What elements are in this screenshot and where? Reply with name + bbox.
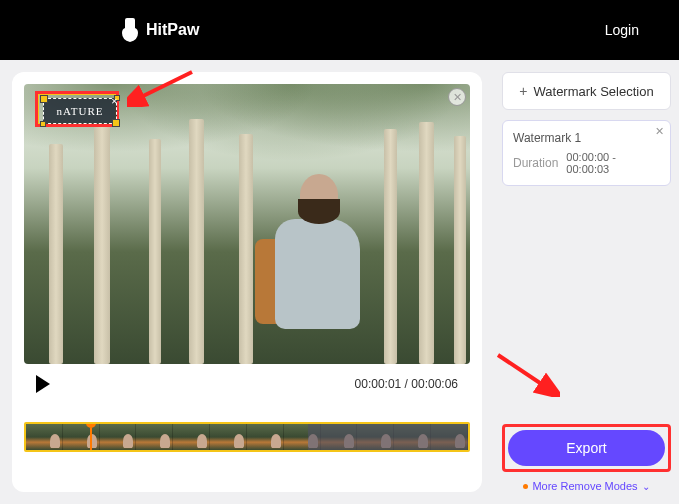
duration-value: 00:00:00 - 00:00:03 (566, 151, 660, 175)
timeline-playhead[interactable] (86, 422, 96, 452)
sidebar-panel: + Watermark Selection ✕ Watermark 1 Dura… (494, 60, 679, 504)
watermark-selection-label: Watermark Selection (534, 84, 654, 99)
main-content: ✕ ✕ nATURE (0, 60, 679, 504)
video-preview[interactable]: ✕ ✕ nATURE (24, 84, 470, 364)
notification-dot-icon (523, 484, 528, 489)
total-time: 00:00:06 (411, 377, 458, 391)
close-video-button[interactable]: ✕ (448, 88, 466, 106)
watermark-selection-box[interactable]: ✕ nATURE (43, 98, 117, 124)
chevron-down-icon: ⌄ (642, 481, 650, 492)
app-header: HitPaw Login (0, 0, 679, 60)
video-editor-panel: ✕ ✕ nATURE (12, 72, 482, 492)
duration-label: Duration (513, 156, 558, 170)
annotation-arrow-watermark (127, 67, 197, 107)
more-remove-modes-link[interactable]: More Remove Modes ⌄ (502, 480, 671, 492)
export-button[interactable]: Export (508, 430, 665, 466)
login-link[interactable]: Login (605, 22, 639, 38)
video-controls: 00:00:01 / 00:00:06 (24, 364, 470, 404)
brand-logo[interactable]: HitPaw (120, 18, 199, 42)
remove-watermark-button[interactable]: ✕ (655, 125, 664, 138)
more-modes-label: More Remove Modes (532, 480, 637, 492)
brand-name: HitPaw (146, 21, 199, 39)
play-button[interactable] (36, 375, 50, 393)
add-watermark-selection-button[interactable]: + Watermark Selection (502, 72, 671, 110)
watermark-duration: Duration 00:00:00 - 00:00:03 (513, 151, 660, 175)
svg-line-0 (137, 72, 192, 99)
watermark-card-title: Watermark 1 (513, 131, 660, 145)
export-highlight-box: Export (502, 424, 671, 472)
watermark-highlight-box: ✕ nATURE (36, 92, 118, 126)
hitpaw-logo-icon (120, 18, 140, 42)
time-display: 00:00:01 / 00:00:06 (355, 377, 458, 391)
export-area: Export More Remove Modes ⌄ (502, 424, 671, 492)
annotation-arrow-export (490, 347, 560, 397)
watermark-text: nATURE (57, 105, 104, 117)
close-icon[interactable]: ✕ (111, 97, 118, 106)
watermark-card[interactable]: ✕ Watermark 1 Duration 00:00:00 - 00:00:… (502, 120, 671, 186)
plus-icon: + (519, 83, 527, 99)
current-time: 00:00:01 (355, 377, 402, 391)
close-icon: ✕ (453, 91, 462, 104)
svg-line-1 (498, 355, 546, 387)
video-timeline[interactable] (24, 422, 470, 452)
